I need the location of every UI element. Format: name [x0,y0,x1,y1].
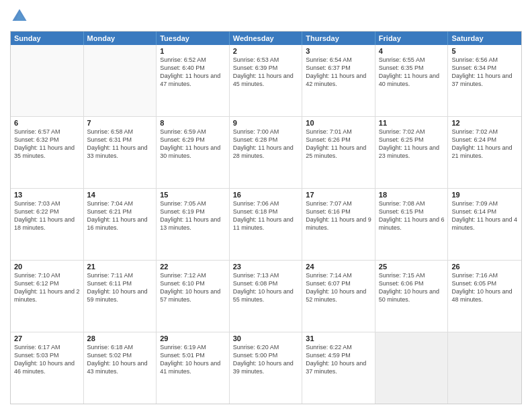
calendar-day-9: 9Sunrise: 7:00 AM Sunset: 6:28 PM Daylig… [230,117,303,188]
day-number: 4 [379,47,445,55]
day-info: Sunrise: 7:01 AM Sunset: 6:26 PM Dayligh… [306,128,371,161]
day-info: Sunrise: 6:18 AM Sunset: 5:02 PM Dayligh… [87,343,153,376]
day-number: 10 [306,119,371,127]
calendar-day-1: 1Sunrise: 6:52 AM Sunset: 6:40 PM Daylig… [157,45,230,116]
day-number: 25 [379,263,445,271]
calendar-day-18: 18Sunrise: 7:08 AM Sunset: 6:15 PM Dayli… [375,189,449,260]
day-info: Sunrise: 7:10 AM Sunset: 6:12 PM Dayligh… [14,271,80,304]
day-info: Sunrise: 6:19 AM Sunset: 5:01 PM Dayligh… [160,343,226,376]
calendar-empty-cell [375,332,449,404]
day-number: 30 [233,334,299,342]
calendar-body: 1Sunrise: 6:52 AM Sunset: 6:40 PM Daylig… [11,45,521,404]
calendar-day-17: 17Sunrise: 7:07 AM Sunset: 6:16 PM Dayli… [302,189,375,260]
day-number: 7 [87,119,153,127]
day-info: Sunrise: 6:17 AM Sunset: 5:03 PM Dayligh… [14,343,80,376]
day-number: 20 [14,263,80,271]
day-number: 14 [87,191,153,199]
day-info: Sunrise: 7:03 AM Sunset: 6:22 PM Dayligh… [14,199,80,232]
logo [10,7,32,26]
calendar-day-23: 23Sunrise: 7:13 AM Sunset: 6:08 PM Dayli… [230,261,303,332]
day-info: Sunrise: 7:06 AM Sunset: 6:18 PM Dayligh… [233,199,299,232]
calendar-header: SundayMondayTuesdayWednesdayThursdayFrid… [11,32,521,45]
day-info: Sunrise: 7:11 AM Sunset: 6:11 PM Dayligh… [87,271,153,304]
day-info: Sunrise: 6:58 AM Sunset: 6:31 PM Dayligh… [87,128,153,161]
calendar-row-4: 20Sunrise: 7:10 AM Sunset: 6:12 PM Dayli… [11,260,521,332]
header [10,7,522,26]
calendar-empty-cell [11,45,84,116]
day-info: Sunrise: 6:57 AM Sunset: 6:32 PM Dayligh… [14,128,80,161]
day-info: Sunrise: 7:00 AM Sunset: 6:28 PM Dayligh… [233,128,299,161]
day-info: Sunrise: 7:14 AM Sunset: 6:07 PM Dayligh… [306,271,371,304]
calendar-day-27: 27Sunrise: 6:17 AM Sunset: 5:03 PM Dayli… [11,332,84,404]
day-number: 16 [233,191,299,199]
calendar-day-29: 29Sunrise: 6:19 AM Sunset: 5:01 PM Dayli… [157,332,230,404]
day-number: 8 [160,119,226,127]
calendar-row-1: 1Sunrise: 6:52 AM Sunset: 6:40 PM Daylig… [11,45,521,116]
calendar-day-28: 28Sunrise: 6:18 AM Sunset: 5:02 PM Dayli… [84,332,157,404]
calendar-day-5: 5Sunrise: 6:56 AM Sunset: 6:34 PM Daylig… [448,45,521,116]
weekday-header-tuesday: Tuesday [157,32,230,45]
day-number: 17 [306,191,371,199]
day-number: 23 [233,263,299,271]
day-info: Sunrise: 7:02 AM Sunset: 6:24 PM Dayligh… [451,128,518,161]
calendar-empty-cell [448,332,521,404]
day-info: Sunrise: 7:04 AM Sunset: 6:21 PM Dayligh… [87,199,153,232]
calendar-day-19: 19Sunrise: 7:09 AM Sunset: 6:14 PM Dayli… [448,189,521,260]
day-info: Sunrise: 6:59 AM Sunset: 6:29 PM Dayligh… [160,128,226,161]
calendar-day-31: 31Sunrise: 6:22 AM Sunset: 4:59 PM Dayli… [302,332,375,404]
day-info: Sunrise: 6:22 AM Sunset: 4:59 PM Dayligh… [306,343,371,376]
calendar-day-4: 4Sunrise: 6:55 AM Sunset: 6:35 PM Daylig… [375,45,449,116]
day-number: 19 [451,191,518,199]
page-container: SundayMondayTuesdayWednesdayThursdayFrid… [0,0,532,411]
calendar-day-12: 12Sunrise: 7:02 AM Sunset: 6:24 PM Dayli… [448,117,521,188]
calendar-day-11: 11Sunrise: 7:02 AM Sunset: 6:25 PM Dayli… [375,117,449,188]
day-number: 9 [233,119,299,127]
calendar-day-8: 8Sunrise: 6:59 AM Sunset: 6:29 PM Daylig… [157,117,230,188]
day-number: 18 [379,191,445,199]
day-info: Sunrise: 7:07 AM Sunset: 6:16 PM Dayligh… [306,199,371,232]
calendar-day-6: 6Sunrise: 6:57 AM Sunset: 6:32 PM Daylig… [11,117,84,188]
day-number: 6 [14,119,80,127]
day-info: Sunrise: 7:12 AM Sunset: 6:10 PM Dayligh… [160,271,226,304]
day-info: Sunrise: 6:53 AM Sunset: 6:39 PM Dayligh… [233,56,299,89]
day-number: 22 [160,263,226,271]
calendar-day-10: 10Sunrise: 7:01 AM Sunset: 6:26 PM Dayli… [302,117,375,188]
day-number: 5 [451,47,518,55]
calendar-day-16: 16Sunrise: 7:06 AM Sunset: 6:18 PM Dayli… [230,189,303,260]
day-number: 28 [87,334,153,342]
calendar-day-2: 2Sunrise: 6:53 AM Sunset: 6:39 PM Daylig… [230,45,303,116]
day-number: 26 [451,263,518,271]
calendar-day-15: 15Sunrise: 7:05 AM Sunset: 6:19 PM Dayli… [157,189,230,260]
calendar-day-22: 22Sunrise: 7:12 AM Sunset: 6:10 PM Dayli… [157,261,230,332]
day-info: Sunrise: 7:15 AM Sunset: 6:06 PM Dayligh… [379,271,445,304]
calendar-day-30: 30Sunrise: 6:20 AM Sunset: 5:00 PM Dayli… [230,332,303,404]
weekday-header-monday: Monday [84,32,157,45]
calendar: SundayMondayTuesdayWednesdayThursdayFrid… [10,31,522,404]
day-number: 24 [306,263,371,271]
day-info: Sunrise: 7:16 AM Sunset: 6:05 PM Dayligh… [451,271,518,304]
day-number: 12 [451,119,518,127]
day-info: Sunrise: 6:54 AM Sunset: 6:37 PM Dayligh… [306,56,371,89]
weekday-header-saturday: Saturday [448,32,521,45]
day-number: 13 [14,191,80,199]
weekday-header-friday: Friday [375,32,449,45]
calendar-day-25: 25Sunrise: 7:15 AM Sunset: 6:06 PM Dayli… [375,261,449,332]
day-number: 15 [160,191,226,199]
day-info: Sunrise: 6:56 AM Sunset: 6:34 PM Dayligh… [451,56,518,89]
day-number: 31 [306,334,371,342]
day-info: Sunrise: 6:20 AM Sunset: 5:00 PM Dayligh… [233,343,299,376]
calendar-empty-cell [84,45,157,116]
day-number: 11 [379,119,445,127]
calendar-day-20: 20Sunrise: 7:10 AM Sunset: 6:12 PM Dayli… [11,261,84,332]
day-info: Sunrise: 6:52 AM Sunset: 6:40 PM Dayligh… [160,56,226,89]
calendar-day-3: 3Sunrise: 6:54 AM Sunset: 6:37 PM Daylig… [302,45,375,116]
calendar-day-7: 7Sunrise: 6:58 AM Sunset: 6:31 PM Daylig… [84,117,157,188]
day-number: 27 [14,334,80,342]
weekday-header-sunday: Sunday [11,32,84,45]
calendar-day-14: 14Sunrise: 7:04 AM Sunset: 6:21 PM Dayli… [84,189,157,260]
day-info: Sunrise: 7:13 AM Sunset: 6:08 PM Dayligh… [233,271,299,304]
day-info: Sunrise: 6:55 AM Sunset: 6:35 PM Dayligh… [379,56,445,89]
day-info: Sunrise: 7:02 AM Sunset: 6:25 PM Dayligh… [379,128,445,161]
day-number: 29 [160,334,226,342]
calendar-day-13: 13Sunrise: 7:03 AM Sunset: 6:22 PM Dayli… [11,189,84,260]
